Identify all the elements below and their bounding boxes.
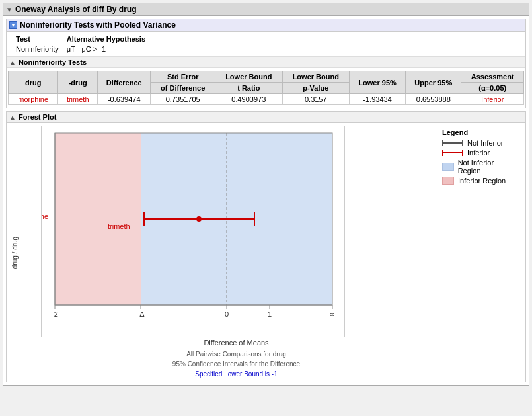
cell-difference: -0.639474 [98,94,151,105]
pv-col1-header: Test [12,34,63,44]
pv-col2-header: Alternative Hypothesis [63,34,149,44]
main-title: Oneway Analysis of diff By drug [15,5,137,14]
pv-row1-col1: Noninferiority [12,44,63,54]
col-assess-line1: Assessment [461,71,524,83]
y-axis-label: drug / drug [11,236,19,268]
chart-container: -2 -Δ 0 1 [41,126,345,337]
svg-text:∞: ∞ [330,310,335,318]
not-inferior-region-box [442,163,454,171]
main-panel-header: ▼ Oneway Analysis of diff By drug [3,3,529,16]
svg-text:-2: -2 [52,310,58,318]
cell-lower95: -1.93434 [350,94,406,105]
col-lbp-line1: Lower Bound [282,71,350,83]
col-lbr-line1: Lower Bound [215,71,283,83]
svg-text:trimeth: trimeth [108,222,130,230]
pv-row1-col2: μT - μC > -1 [63,44,149,54]
noninferiority-tests-title: Noninferiority Tests [19,58,87,66]
col-stderr-line1: Std Error [151,71,215,83]
x-axis-label: Difference of Means [41,339,432,347]
col-upper95: Upper 95% [406,71,461,94]
collapse-button[interactable]: ▼ [9,21,17,29]
footnote-line1: All Pairwise Comparisons for drug [41,349,432,359]
cell-drug: morphine [9,94,58,105]
legend-inferior-region: Inferior Region [442,177,517,185]
footnote-line3: Specified Lower Bound is -1 [41,369,432,379]
svg-text:morphine: morphine [42,212,48,220]
forest-plot-header: ▲ Forest Plot [7,112,525,123]
chart-area: drug / drug [9,126,432,379]
forest-plot-section: ▲ Forest Plot drug / drug [6,111,526,382]
pooled-variance-section: ▼ Noninferiority Tests with Pooled Varia… [6,19,526,108]
col-drug: drug [9,71,58,94]
svg-text:0: 0 [225,310,229,318]
legend-inferior-label: Inferior [467,149,490,157]
forest-triangle[interactable]: ▲ [9,114,16,121]
col-lbp-line2: p-Value [282,83,350,94]
svg-text:-Δ: -Δ [137,310,145,318]
pooled-variance-title: Noninferiority Tests with Pooled Varianc… [20,21,176,30]
svg-point-20 [196,216,202,222]
inferior-region-box [442,177,454,185]
svg-rect-0 [55,133,141,305]
cell-upper95: 0.6553888 [406,94,461,105]
cell-drug2: trimeth [58,94,98,105]
col-stderr-line2: of Difference [151,83,215,94]
legend-not-inferior-label: Not Inferior [467,139,503,147]
legend-title: Legend [442,128,517,136]
noninferiority-tests-header: ▲ Noninferiority Tests [7,57,525,68]
legend-not-inferior: Not Inferior [442,139,517,147]
collapse-triangle[interactable]: ▼ [6,6,13,13]
results-table-container: drug -drug Difference Std Error Lower Bo… [7,68,525,108]
sub-triangle[interactable]: ▲ [9,59,16,66]
legend-not-inferior-region-label: Not Inferior Region [458,159,517,175]
legend-inferior-region-label: Inferior Region [458,177,506,185]
chart-wrap: drug / drug [15,126,432,379]
col-lbr-line2: t Ratio [215,83,283,94]
forest-plot-title: Forest Plot [19,113,56,121]
inferior-icon [442,149,463,157]
table-row: morphine trimeth -0.639474 0.7351705 0.4… [9,94,524,105]
legend-not-inferior-region: Not Inferior Region [442,159,517,175]
legend-inferior: Inferior [442,149,517,157]
cell-lbp: 0.3157 [282,94,350,105]
not-inferior-icon [442,139,463,147]
svg-text:1: 1 [268,310,272,318]
col-assess-line2: (α=0.05) [461,83,524,94]
pooled-variance-table: Test Alternative Hypothesis Noninferiori… [7,32,525,57]
cell-lbr: 0.4903973 [215,94,283,105]
forest-content: drug / drug [7,123,525,382]
col-drug2: -drug [58,71,98,94]
footnote-line2: 95% Confidence Intervals for the Differe… [41,359,432,369]
cell-stderr: 0.7351705 [151,94,215,105]
forest-legend: Legend Not Inferior Inferior [437,126,523,379]
cell-assessment: Inferior [461,94,524,105]
main-panel: ▼ Oneway Analysis of diff By drug ▼ Noni… [3,3,529,386]
chart-footnote: All Pairwise Comparisons for drug 95% Co… [41,349,432,379]
col-lower95: Lower 95% [350,71,406,94]
pooled-variance-header: ▼ Noninferiority Tests with Pooled Varia… [7,19,525,32]
col-difference: Difference [98,71,151,94]
